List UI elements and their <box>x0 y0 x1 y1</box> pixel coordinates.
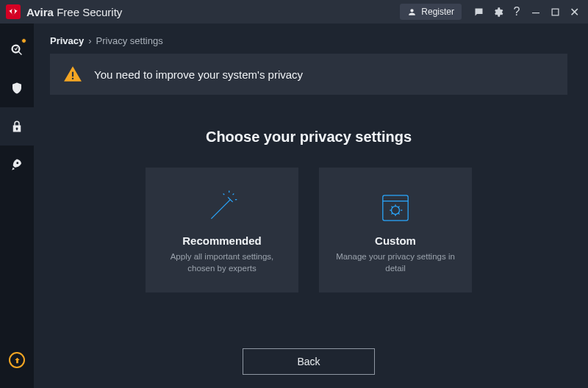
sidebar-item-performance[interactable] <box>0 146 34 184</box>
shield-icon <box>10 82 24 95</box>
svg-rect-0 <box>552 9 559 15</box>
brand-rest: Free Security <box>54 6 122 18</box>
card-custom-title: Custom <box>375 234 416 247</box>
svg-line-5 <box>233 193 234 195</box>
wand-icon <box>203 189 241 227</box>
sidebar-item-security[interactable] <box>0 69 34 107</box>
breadcrumb-current: Privacy settings <box>96 35 163 46</box>
card-custom-sub: Manage your privacy settings in detail <box>331 251 460 274</box>
brand-bold: Avira <box>26 6 54 18</box>
sidebar-item-status[interactable] <box>0 31 34 69</box>
register-button[interactable]: Register <box>400 4 462 20</box>
svg-rect-9 <box>383 195 408 220</box>
sidebar-item-upgrade[interactable] <box>0 341 34 379</box>
card-recommended-sub: Apply all important settings, chosen by … <box>157 251 287 274</box>
minimize-button[interactable]: – <box>526 2 545 21</box>
maximize-button[interactable] <box>545 2 564 21</box>
feedback-icon[interactable] <box>469 2 488 21</box>
alert-text: You need to improve your system's privac… <box>94 68 303 81</box>
help-icon[interactable]: ? <box>507 2 526 21</box>
arrow-up-icon <box>13 356 21 364</box>
sidebar <box>0 24 34 388</box>
page-heading: Choose your privacy settings <box>50 129 567 146</box>
titlebar: Avira Free Security Register ? – ✕ <box>0 0 588 24</box>
settings-window-icon <box>377 190 414 226</box>
avira-logo <box>6 4 21 19</box>
back-button[interactable]: Back <box>243 348 375 375</box>
card-custom[interactable]: Custom Manage your privacy settings in d… <box>319 168 472 292</box>
close-button[interactable]: ✕ <box>564 2 584 21</box>
brand-title: Avira Free Security <box>26 6 122 18</box>
breadcrumb: Privacy › Privacy settings <box>50 35 567 46</box>
svg-point-11 <box>392 206 400 215</box>
warning-icon <box>63 65 82 84</box>
chevron-right-icon: › <box>88 35 91 46</box>
main-area: Privacy › Privacy settings You need to i… <box>34 24 588 388</box>
user-icon <box>407 7 417 17</box>
svg-line-3 <box>211 200 230 219</box>
card-recommended[interactable]: Recommended Apply all important settings… <box>146 168 298 292</box>
svg-rect-2 <box>72 78 74 79</box>
back-label: Back <box>297 356 320 367</box>
svg-rect-1 <box>72 72 74 77</box>
register-label: Register <box>421 7 454 17</box>
privacy-alert: You need to improve your system's privac… <box>50 54 567 95</box>
breadcrumb-root[interactable]: Privacy <box>50 35 84 46</box>
magnifier-status-icon <box>10 43 24 57</box>
rocket-icon <box>10 158 24 171</box>
card-recommended-title: Recommended <box>182 234 262 247</box>
option-cards: Recommended Apply all important settings… <box>50 168 567 292</box>
svg-line-8 <box>223 193 225 195</box>
settings-icon[interactable] <box>488 2 507 21</box>
sidebar-item-privacy[interactable] <box>0 107 34 146</box>
lock-icon <box>10 120 24 133</box>
footer: Back <box>50 348 567 378</box>
status-dot-icon <box>21 38 26 43</box>
